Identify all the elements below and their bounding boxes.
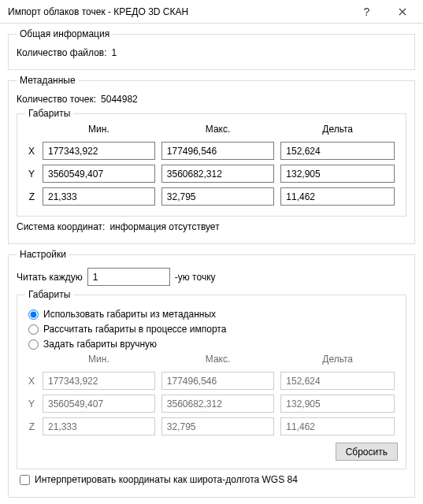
general-legend: Общая информация (17, 28, 113, 39)
radio-calc-input[interactable] (28, 324, 39, 335)
s-y-min (43, 395, 155, 413)
cs-value: информация отсутствует (109, 221, 219, 232)
s-axis-x: X (25, 369, 39, 392)
meta-bounds-group: Габариты Мин. Макс. Дельта X Y (17, 108, 406, 217)
meta-x-max[interactable] (161, 142, 275, 160)
s-axis-y: Y (25, 392, 39, 415)
meta-y-max[interactable] (161, 165, 275, 183)
radio-meta[interactable]: Использовать габариты из метаданных (28, 309, 398, 320)
s-y-delta (280, 395, 395, 413)
cs-label: Система координат: (17, 221, 105, 232)
s-col-min: Мин. (39, 354, 158, 369)
metadata-legend: Метаданные (17, 75, 79, 86)
settings-group: Настройки Читать каждую -ую точку Габари… (8, 249, 415, 498)
title-bar: Импорт облаков точек - КРЕДО 3D СКАН ? (0, 0, 423, 24)
close-button[interactable] (384, 0, 420, 23)
help-button[interactable]: ? (349, 0, 384, 23)
s-axis-z: Z (25, 415, 39, 438)
radio-manual-label: Задать габариты вручную (43, 339, 157, 350)
col-delta: Дельта (277, 124, 398, 139)
points-value: 5044982 (101, 94, 138, 105)
general-group: Общая информация Количество файлов: 1 (8, 28, 415, 70)
metadata-group: Метаданные Количество точек: 5044982 Габ… (8, 75, 415, 244)
meta-z-delta[interactable] (280, 187, 395, 206)
radio-meta-input[interactable] (28, 309, 39, 320)
s-z-max (161, 417, 275, 435)
settings-bounds-table: Мин. Макс. Дельта X Y Z (25, 354, 398, 438)
meta-x-min[interactable] (43, 142, 155, 160)
read-every-input[interactable] (87, 268, 170, 286)
s-z-delta (280, 417, 395, 435)
meta-z-max[interactable] (161, 187, 275, 206)
wgs84-row[interactable]: Интерпретировать координаты как широта-д… (20, 474, 406, 485)
axis-y: Y (25, 162, 39, 185)
meta-y-min[interactable] (43, 165, 155, 183)
axis-x: X (25, 139, 39, 162)
settings-legend: Настройки (17, 249, 69, 260)
read-every-b: -ую точку (175, 272, 216, 283)
read-every-a: Читать каждую (17, 272, 83, 283)
window-title: Импорт облаков точек - КРЕДО 3D СКАН (8, 6, 349, 17)
meta-z-min[interactable] (43, 187, 155, 206)
meta-x-delta[interactable] (280, 142, 395, 160)
s-x-max (161, 372, 275, 390)
meta-bounds-table: Мин. Макс. Дельта X Y Z (25, 124, 398, 208)
wgs84-label: Интерпретировать координаты как широта-д… (35, 474, 298, 485)
s-y-max (161, 395, 275, 413)
settings-bounds-legend: Габариты (25, 289, 73, 300)
s-z-min (43, 417, 155, 435)
wgs84-checkbox[interactable] (20, 475, 30, 485)
radio-calc[interactable]: Рассчитать габариты в процессе импорта (28, 324, 398, 335)
files-value: 1 (112, 47, 117, 58)
s-x-min (43, 372, 155, 390)
s-x-delta (280, 372, 395, 390)
axis-z: Z (25, 185, 39, 208)
radio-calc-label: Рассчитать габариты в процессе импорта (43, 324, 226, 335)
radio-manual-input[interactable] (28, 339, 39, 350)
s-col-delta: Дельта (277, 354, 398, 369)
files-label: Количество файлов: (17, 47, 107, 58)
radio-manual[interactable]: Задать габариты вручную (28, 339, 398, 350)
reset-button[interactable]: Сбросить (336, 443, 398, 461)
col-max: Макс. (158, 124, 278, 139)
settings-bounds-group: Габариты Использовать габариты из метада… (17, 289, 406, 469)
s-col-max: Макс. (158, 354, 278, 369)
col-min: Мин. (39, 124, 158, 139)
meta-bounds-legend: Габариты (25, 108, 73, 119)
radio-meta-label: Использовать габариты из метаданных (43, 309, 216, 320)
points-label: Количество точек: (17, 94, 96, 105)
meta-y-delta[interactable] (280, 165, 395, 183)
